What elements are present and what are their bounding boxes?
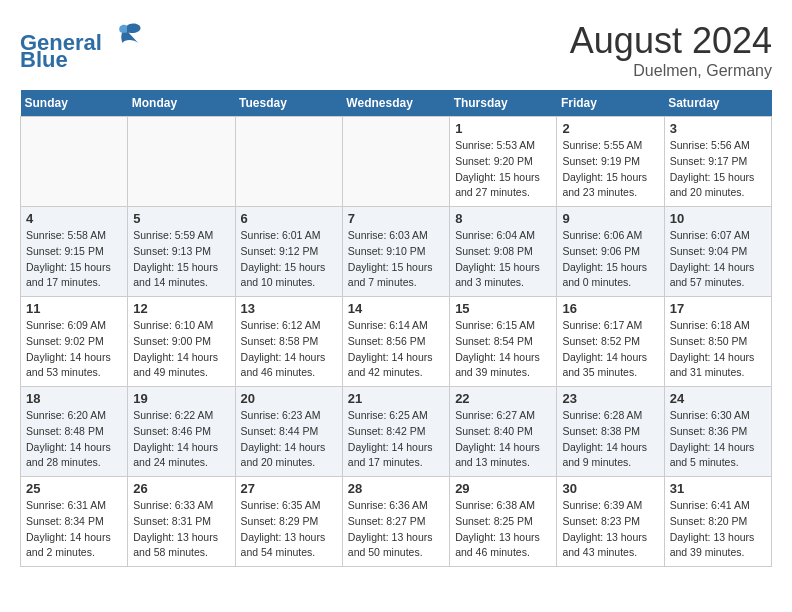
day-number: 14 [348,301,444,316]
day-number: 17 [670,301,766,316]
day-number: 30 [562,481,658,496]
calendar-cell: 27Sunrise: 6:35 AM Sunset: 8:29 PM Dayli… [235,477,342,567]
weekday-header-saturday: Saturday [664,90,771,117]
calendar-cell: 6Sunrise: 6:01 AM Sunset: 9:12 PM Daylig… [235,207,342,297]
calendar-week-row: 4Sunrise: 5:58 AM Sunset: 9:15 PM Daylig… [21,207,772,297]
day-info: Sunrise: 6:09 AM Sunset: 9:02 PM Dayligh… [26,318,122,381]
day-info: Sunrise: 6:07 AM Sunset: 9:04 PM Dayligh… [670,228,766,291]
day-number: 25 [26,481,122,496]
day-info: Sunrise: 6:04 AM Sunset: 9:08 PM Dayligh… [455,228,551,291]
day-info: Sunrise: 6:06 AM Sunset: 9:06 PM Dayligh… [562,228,658,291]
day-number: 8 [455,211,551,226]
calendar-cell: 31Sunrise: 6:41 AM Sunset: 8:20 PM Dayli… [664,477,771,567]
day-info: Sunrise: 5:59 AM Sunset: 9:13 PM Dayligh… [133,228,229,291]
day-info: Sunrise: 6:22 AM Sunset: 8:46 PM Dayligh… [133,408,229,471]
day-info: Sunrise: 6:36 AM Sunset: 8:27 PM Dayligh… [348,498,444,561]
calendar-cell: 17Sunrise: 6:18 AM Sunset: 8:50 PM Dayli… [664,297,771,387]
day-info: Sunrise: 6:15 AM Sunset: 8:54 PM Dayligh… [455,318,551,381]
calendar-cell: 22Sunrise: 6:27 AM Sunset: 8:40 PM Dayli… [450,387,557,477]
day-info: Sunrise: 6:03 AM Sunset: 9:10 PM Dayligh… [348,228,444,291]
page-header: General Blue August 2024 Duelmen, German… [20,20,772,80]
calendar-cell [342,117,449,207]
calendar-cell: 20Sunrise: 6:23 AM Sunset: 8:44 PM Dayli… [235,387,342,477]
day-number: 11 [26,301,122,316]
day-number: 2 [562,121,658,136]
weekday-header-tuesday: Tuesday [235,90,342,117]
day-number: 29 [455,481,551,496]
calendar-cell: 29Sunrise: 6:38 AM Sunset: 8:25 PM Dayli… [450,477,557,567]
logo-bird-icon [112,20,142,50]
day-info: Sunrise: 6:25 AM Sunset: 8:42 PM Dayligh… [348,408,444,471]
calendar-cell: 24Sunrise: 6:30 AM Sunset: 8:36 PM Dayli… [664,387,771,477]
calendar-cell: 23Sunrise: 6:28 AM Sunset: 8:38 PM Dayli… [557,387,664,477]
day-info: Sunrise: 6:31 AM Sunset: 8:34 PM Dayligh… [26,498,122,561]
weekday-header-sunday: Sunday [21,90,128,117]
day-info: Sunrise: 6:27 AM Sunset: 8:40 PM Dayligh… [455,408,551,471]
day-info: Sunrise: 6:20 AM Sunset: 8:48 PM Dayligh… [26,408,122,471]
day-info: Sunrise: 6:33 AM Sunset: 8:31 PM Dayligh… [133,498,229,561]
calendar-cell: 19Sunrise: 6:22 AM Sunset: 8:46 PM Dayli… [128,387,235,477]
calendar-cell: 16Sunrise: 6:17 AM Sunset: 8:52 PM Dayli… [557,297,664,387]
calendar-cell: 25Sunrise: 6:31 AM Sunset: 8:34 PM Dayli… [21,477,128,567]
calendar-week-row: 18Sunrise: 6:20 AM Sunset: 8:48 PM Dayli… [21,387,772,477]
calendar-cell: 10Sunrise: 6:07 AM Sunset: 9:04 PM Dayli… [664,207,771,297]
calendar-cell: 15Sunrise: 6:15 AM Sunset: 8:54 PM Dayli… [450,297,557,387]
calendar-cell: 26Sunrise: 6:33 AM Sunset: 8:31 PM Dayli… [128,477,235,567]
day-number: 27 [241,481,337,496]
day-info: Sunrise: 6:39 AM Sunset: 8:23 PM Dayligh… [562,498,658,561]
calendar-week-row: 25Sunrise: 6:31 AM Sunset: 8:34 PM Dayli… [21,477,772,567]
calendar-table: SundayMondayTuesdayWednesdayThursdayFrid… [20,90,772,567]
calendar-cell: 13Sunrise: 6:12 AM Sunset: 8:58 PM Dayli… [235,297,342,387]
day-info: Sunrise: 6:23 AM Sunset: 8:44 PM Dayligh… [241,408,337,471]
day-info: Sunrise: 6:01 AM Sunset: 9:12 PM Dayligh… [241,228,337,291]
calendar-cell: 9Sunrise: 6:06 AM Sunset: 9:06 PM Daylig… [557,207,664,297]
calendar-cell [235,117,342,207]
day-info: Sunrise: 6:35 AM Sunset: 8:29 PM Dayligh… [241,498,337,561]
day-number: 21 [348,391,444,406]
day-info: Sunrise: 5:56 AM Sunset: 9:17 PM Dayligh… [670,138,766,201]
calendar-cell: 1Sunrise: 5:53 AM Sunset: 9:20 PM Daylig… [450,117,557,207]
day-number: 5 [133,211,229,226]
day-number: 18 [26,391,122,406]
day-info: Sunrise: 6:14 AM Sunset: 8:56 PM Dayligh… [348,318,444,381]
calendar-cell: 2Sunrise: 5:55 AM Sunset: 9:19 PM Daylig… [557,117,664,207]
weekday-header-friday: Friday [557,90,664,117]
weekday-header-wednesday: Wednesday [342,90,449,117]
day-number: 22 [455,391,551,406]
calendar-cell [21,117,128,207]
calendar-week-row: 11Sunrise: 6:09 AM Sunset: 9:02 PM Dayli… [21,297,772,387]
calendar-cell: 14Sunrise: 6:14 AM Sunset: 8:56 PM Dayli… [342,297,449,387]
day-info: Sunrise: 5:58 AM Sunset: 9:15 PM Dayligh… [26,228,122,291]
day-number: 6 [241,211,337,226]
calendar-cell: 7Sunrise: 6:03 AM Sunset: 9:10 PM Daylig… [342,207,449,297]
calendar-cell: 18Sunrise: 6:20 AM Sunset: 8:48 PM Dayli… [21,387,128,477]
day-number: 23 [562,391,658,406]
calendar-cell: 5Sunrise: 5:59 AM Sunset: 9:13 PM Daylig… [128,207,235,297]
weekday-header-monday: Monday [128,90,235,117]
day-info: Sunrise: 6:28 AM Sunset: 8:38 PM Dayligh… [562,408,658,471]
title-block: August 2024 Duelmen, Germany [570,20,772,80]
calendar-cell: 21Sunrise: 6:25 AM Sunset: 8:42 PM Dayli… [342,387,449,477]
logo: General Blue [20,20,142,73]
day-number: 20 [241,391,337,406]
day-info: Sunrise: 5:55 AM Sunset: 9:19 PM Dayligh… [562,138,658,201]
day-info: Sunrise: 6:12 AM Sunset: 8:58 PM Dayligh… [241,318,337,381]
day-number: 3 [670,121,766,136]
day-number: 12 [133,301,229,316]
day-info: Sunrise: 6:38 AM Sunset: 8:25 PM Dayligh… [455,498,551,561]
weekday-header-thursday: Thursday [450,90,557,117]
day-number: 16 [562,301,658,316]
location-subtitle: Duelmen, Germany [570,62,772,80]
calendar-cell: 3Sunrise: 5:56 AM Sunset: 9:17 PM Daylig… [664,117,771,207]
day-info: Sunrise: 6:30 AM Sunset: 8:36 PM Dayligh… [670,408,766,471]
day-number: 1 [455,121,551,136]
calendar-cell: 30Sunrise: 6:39 AM Sunset: 8:23 PM Dayli… [557,477,664,567]
day-info: Sunrise: 6:17 AM Sunset: 8:52 PM Dayligh… [562,318,658,381]
day-number: 7 [348,211,444,226]
day-number: 15 [455,301,551,316]
day-number: 4 [26,211,122,226]
day-number: 26 [133,481,229,496]
day-info: Sunrise: 6:18 AM Sunset: 8:50 PM Dayligh… [670,318,766,381]
month-year-title: August 2024 [570,20,772,62]
day-info: Sunrise: 6:41 AM Sunset: 8:20 PM Dayligh… [670,498,766,561]
